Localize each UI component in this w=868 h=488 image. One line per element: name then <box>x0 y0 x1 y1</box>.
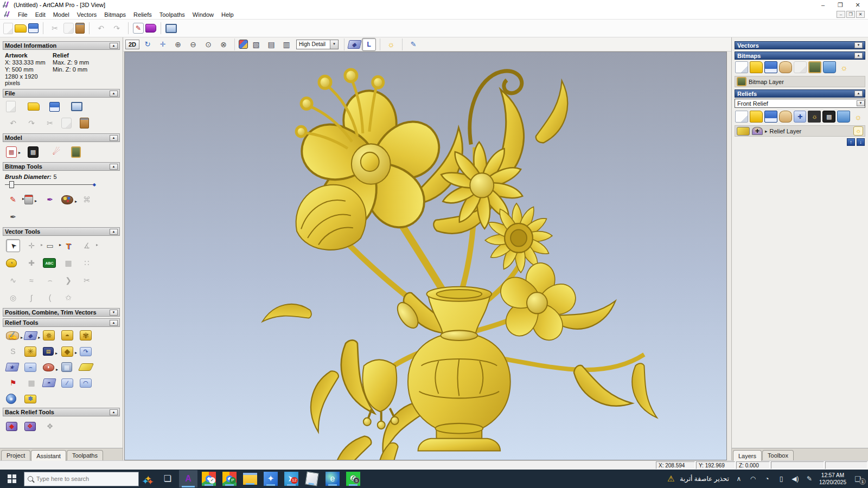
task-view-icon[interactable]: ❏ <box>158 470 177 487</box>
envelope-distort-icon[interactable]: ▦ <box>61 256 75 269</box>
shape-editor-icon[interactable]: ✵ <box>43 330 55 341</box>
relief-open-icon[interactable] <box>750 111 763 123</box>
fit-spline-icon[interactable]: ≈ <box>24 274 39 287</box>
tab-assistant[interactable]: Assistant <box>31 450 66 461</box>
taskbar-clock[interactable]: 12:57 AM 12/20/2025 <box>819 472 846 486</box>
zoom-in-icon[interactable]: ⊕ <box>171 38 185 51</box>
taskbar-search[interactable] <box>24 472 139 486</box>
menu-file[interactable]: File <box>14 11 31 18</box>
save-model-icon[interactable] <box>49 102 60 112</box>
shape-wizard-icon-flyout[interactable]: ▸ <box>75 351 77 355</box>
copilot-sparkle-icon[interactable]: ✦ <box>139 474 157 484</box>
zero-plane-icon-flyout[interactable]: ▸ <box>37 336 41 340</box>
slice-relief-icon-flyout[interactable]: ▸ <box>56 368 58 372</box>
open-icon[interactable] <box>15 24 27 33</box>
greyscale-view-icon[interactable]: ✎ <box>406 38 420 51</box>
expand-vectors-button[interactable]: ▼ <box>854 42 863 48</box>
relief-tools-header[interactable]: Relief Tools ▲ <box>3 318 120 327</box>
wifi-icon[interactable]: ◠ <box>749 472 757 485</box>
relief-light-icon[interactable]: ☼ <box>808 111 821 123</box>
paste-icon[interactable] <box>80 118 89 129</box>
transform-vectors-icon[interactable]: ✛▸ <box>24 239 39 252</box>
distort-relief-icon[interactable]: ▦ <box>24 376 39 389</box>
vector-tools-header[interactable]: Vector Tools ▲ <box>3 227 120 236</box>
invert-greyscale-icon[interactable]: ▩ <box>28 146 39 158</box>
draw-zero-plane-icon[interactable]: ◆ <box>347 40 361 49</box>
flag-wizard-icon[interactable]: ⚑ <box>6 376 20 389</box>
detail-level-select[interactable]: High Detail ▼ <box>296 40 339 49</box>
relief-hand-icon[interactable] <box>779 111 792 123</box>
paste-text-abc-icon[interactable]: ABC <box>43 258 56 268</box>
collapse-back-relief-button[interactable]: ▲ <box>110 409 118 415</box>
weather-warning-icon[interactable]: ⚠ <box>667 474 674 484</box>
bitmap-tools-header[interactable]: Bitmap Tools ▲ <box>3 162 120 171</box>
collapse-reliefs-button[interactable]: ▲ <box>854 91 863 97</box>
create-layer-icon[interactable] <box>78 363 94 371</box>
paste-icon[interactable] <box>75 23 85 34</box>
palette-icon[interactable]: ▸ <box>61 195 73 204</box>
minimize-button[interactable]: – <box>819 2 827 9</box>
zoom-object-icon[interactable]: ⊙ <box>201 38 215 51</box>
relief-layer-expander[interactable]: ▸ <box>765 129 768 134</box>
cut-icon[interactable]: ✂ <box>48 22 62 35</box>
vectors-header[interactable]: Vectors ▼ <box>735 41 865 49</box>
reference-help-icon[interactable] <box>145 24 156 33</box>
edge-taskbar-icon[interactable]: e <box>326 472 340 486</box>
palette-icon-flyout[interactable]: ▸ <box>75 200 77 204</box>
copy-icon[interactable] <box>61 118 72 129</box>
telegram-taskbar-icon[interactable]: ➤12 <box>284 472 298 486</box>
zoom-out-icon[interactable]: ⊖ <box>186 38 200 51</box>
cut-icon[interactable]: ✂ <box>43 117 57 130</box>
relief-new-icon[interactable] <box>735 111 748 123</box>
redo-icon[interactable]: ↷ <box>24 117 39 130</box>
lighting-material-icon[interactable]: ☄ <box>49 145 63 158</box>
weave-wizard-icon[interactable]: ✳ <box>24 346 36 357</box>
select-vectors-icon[interactable]: ➤ <box>6 239 20 252</box>
nesting-icon[interactable]: ∷ <box>80 256 94 269</box>
notification-center-icon[interactable]: ❑ 1 <box>852 475 864 483</box>
open-model-icon[interactable] <box>28 102 40 111</box>
pen-icon[interactable]: ✎ <box>805 472 814 485</box>
menu-window[interactable]: Window <box>189 11 218 18</box>
menu-model[interactable]: Model <box>49 11 73 18</box>
relief-layers-add-icon[interactable]: ✚ <box>794 111 807 123</box>
paint-icon[interactable]: ✎▸ <box>6 193 20 206</box>
relief-preview-icon[interactable]: ▩ <box>822 111 835 123</box>
tab-layers[interactable]: Layers <box>733 450 762 461</box>
two-rail-sweep-icon[interactable]: ✾ <box>80 330 92 341</box>
zero-plane-icon[interactable]: ◆▸ <box>23 331 37 340</box>
collapse-model-information-button[interactable]: ▲ <box>110 43 118 49</box>
3d-view-canvas[interactable] <box>124 52 727 460</box>
bitmap-new-icon[interactable] <box>735 61 748 73</box>
move-layer-up-button[interactable]: ↑ <box>847 138 855 146</box>
sculpt-icon[interactable]: ✍▸ <box>6 331 19 340</box>
mdi-close-button[interactable]: ✕ <box>856 11 865 18</box>
whatsapp-taskbar-icon[interactable]: ✆5 <box>346 472 360 486</box>
undo-icon[interactable]: ↶ <box>94 22 108 35</box>
shape-wizard-icon[interactable]: ◆▸ <box>61 346 73 357</box>
copy-icon[interactable] <box>63 23 74 34</box>
bitmap-layer-row[interactable]: Bitmap Layer <box>735 76 865 87</box>
trim-vectors-icon[interactable]: ✂ <box>80 274 94 287</box>
join-vectors-icon[interactable]: ❯ <box>61 274 75 287</box>
collapse-relief-tools-button[interactable]: ▲ <box>110 320 118 326</box>
save-icon[interactable] <box>28 23 39 33</box>
relief-layer-mode-icon[interactable]: ✚ <box>752 127 763 135</box>
smooth-relief-icon[interactable]: S <box>6 345 20 358</box>
slider-handle[interactable] <box>9 181 14 188</box>
bitmap-save-icon[interactable] <box>764 61 777 73</box>
relief-save-icon[interactable] <box>764 111 777 123</box>
bitmap-visibility-icon[interactable]: ☼ <box>838 61 851 73</box>
bitmap-hand-icon[interactable] <box>779 61 792 73</box>
set-model-size-icon-flyout[interactable]: ▸ <box>18 151 21 155</box>
menu-bitmaps[interactable]: Bitmaps <box>100 11 130 18</box>
measure-icon[interactable]: ∡▸ <box>80 239 94 252</box>
relief-set-select[interactable]: Front Relief ▼ <box>735 99 865 108</box>
relief-delete-icon[interactable] <box>837 111 850 123</box>
dome-relief-icon[interactable]: ◓ <box>42 378 56 387</box>
relief-visibility-icon[interactable]: ☼ <box>852 111 865 123</box>
mdi-restore-button[interactable]: ❐ <box>846 11 855 18</box>
redo-icon[interactable]: ↷ <box>110 22 124 35</box>
measure-icon-flyout[interactable]: ▸ <box>96 243 98 247</box>
relief-set-dropdown-icon[interactable]: ▼ <box>857 100 865 106</box>
